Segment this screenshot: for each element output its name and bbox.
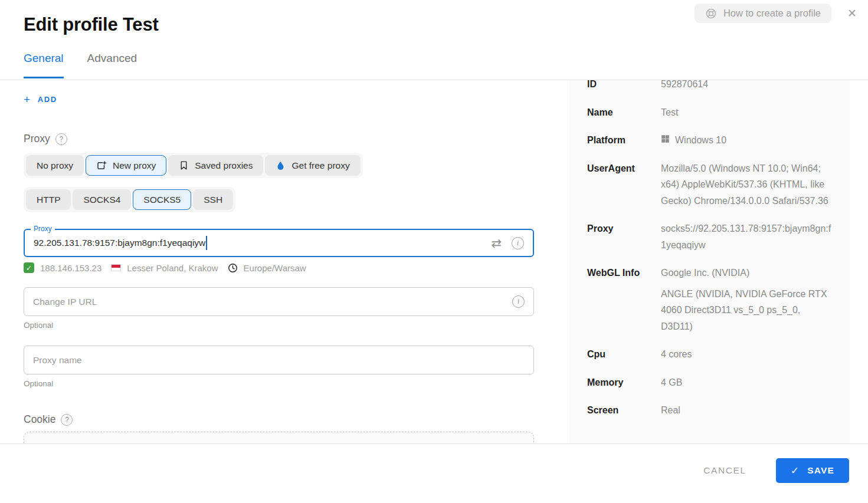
text-caret — [206, 236, 207, 250]
new-proxy-icon — [96, 160, 107, 171]
summary-row-webgl: WebGL Info Google Inc. (NVIDIA) ANGLE (N… — [587, 265, 832, 334]
proxy-name-field — [24, 346, 534, 374]
summary-row-memory: Memory 4 GB — [587, 374, 832, 391]
how-to-create-profile-button[interactable]: How to create a profile — [695, 4, 831, 23]
proxy-protocol-row: HTTP SOCKS4 SOCKS5 SSH — [24, 187, 534, 212]
proxy-name-input[interactable] — [33, 355, 525, 366]
protocol-http[interactable]: HTTP — [26, 189, 71, 210]
bookmark-icon — [179, 160, 189, 170]
tab-advanced[interactable]: Advanced — [87, 52, 137, 78]
save-button[interactable]: ✓ SAVE — [776, 458, 849, 483]
checkmark-icon: ✓ — [791, 465, 800, 477]
form-column: + ADD Proxy ? No proxy — [24, 80, 534, 443]
proxy-input-value: 92.205.131.78:9157:bjaym8gn:f1yeqaqiyw — [34, 238, 205, 248]
proxy-section-label: Proxy ? — [24, 133, 534, 145]
proxy-mode-new-proxy[interactable]: New proxy — [86, 155, 166, 176]
tab-general[interactable]: General — [24, 52, 64, 78]
lifebuoy-icon — [705, 8, 717, 19]
protocol-socks4[interactable]: SOCKS4 — [73, 189, 131, 210]
page-title: Edit profile Test — [24, 14, 159, 35]
summary-row-useragent: UserAgent Mozilla/5.0 (Windows NT 10.0; … — [587, 160, 832, 209]
help-button-label: How to create a profile — [723, 8, 821, 19]
proxy-mode-row: No proxy New proxy — [24, 153, 534, 178]
summary-row-name: Name Test — [587, 104, 832, 121]
change-ip-url-input[interactable] — [33, 297, 512, 307]
profile-summary-panel: ID 592870614 Name Test Platform — [569, 80, 850, 443]
cookie-dropzone[interactable] — [24, 432, 534, 443]
change-ip-url-field: i — [24, 287, 534, 316]
proxy-input-label: Proxy — [31, 225, 55, 233]
proxy-check-ip: 188.146.153.23 — [40, 263, 101, 273]
info-icon[interactable]: i — [512, 295, 525, 308]
summary-row-proxy: Proxy socks5://92.205.131.78:9157:bjaym8… — [587, 221, 832, 253]
proxy-check-status: ✓ 188.146.153.23 Lesser Poland, Krakow E… — [24, 262, 534, 273]
summary-row-platform: Platform Windows 10 — [587, 132, 832, 149]
protocol-ssh[interactable]: SSH — [193, 189, 233, 210]
cookie-section-label: Cookie ? — [24, 413, 534, 426]
proxy-help-icon[interactable]: ? — [55, 133, 67, 145]
add-button-label: ADD — [38, 95, 57, 104]
close-icon[interactable]: ✕ — [844, 6, 860, 21]
modal-footer: CANCEL ✓ SAVE — [0, 443, 868, 503]
modal-body: + ADD Proxy ? No proxy — [0, 80, 868, 443]
windows-icon — [661, 132, 670, 149]
proxy-name-helper: Optional — [24, 379, 534, 388]
poland-flag-icon — [111, 264, 121, 271]
info-icon[interactable]: i — [512, 237, 524, 249]
summary-row-screen: Screen Real — [587, 402, 832, 419]
proxy-input[interactable]: Proxy 92.205.131.78:9157:bjaym8gn:f1yeqa… — [24, 229, 534, 257]
flame-icon — [276, 160, 286, 171]
proxy-check-timezone: Europe/Warsaw — [244, 263, 306, 273]
check-success-icon: ✓ — [24, 262, 34, 273]
tab-bar: General Advanced — [24, 52, 137, 78]
clock-icon — [228, 263, 238, 273]
proxy-mode-get-free-proxy[interactable]: Get free proxy — [265, 155, 360, 176]
proxy-check-location: Lesser Poland, Krakow — [127, 263, 218, 273]
protocol-socks5[interactable]: SOCKS5 — [133, 189, 191, 210]
swap-arrows-icon[interactable]: ⇄ — [491, 237, 502, 249]
cookie-help-icon[interactable]: ? — [61, 414, 73, 426]
change-ip-helper: Optional — [24, 321, 534, 330]
save-button-label: SAVE — [807, 465, 834, 476]
proxy-mode-no-proxy[interactable]: No proxy — [26, 155, 84, 176]
proxy-mode-saved-proxies[interactable]: Saved proxies — [168, 155, 263, 176]
summary-row-id: ID 592870614 — [587, 80, 832, 93]
cancel-button[interactable]: CANCEL — [700, 465, 749, 476]
add-button[interactable]: + ADD — [24, 94, 57, 105]
plus-icon: + — [24, 94, 31, 105]
summary-row-cpu: Cpu 4 cores — [587, 346, 832, 363]
